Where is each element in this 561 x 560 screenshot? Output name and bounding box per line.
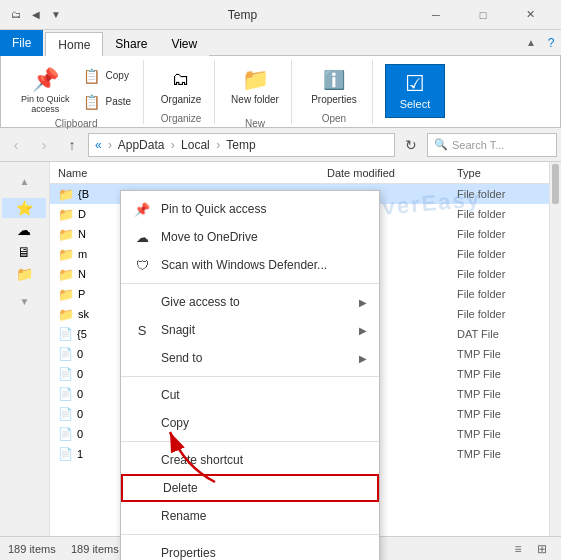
- file-icon: 📄: [58, 387, 73, 401]
- file-type-cell: File folder: [449, 188, 549, 200]
- new-items: 📁 New folder: [227, 60, 283, 118]
- paste-button[interactable]: 📋 Paste: [78, 90, 136, 114]
- file-type-cell: TMP File: [449, 448, 549, 460]
- context-menu-item-properties[interactable]: Properties: [121, 539, 379, 560]
- context-menu-item-copy[interactable]: Copy: [121, 409, 379, 437]
- file-name-text: m: [78, 248, 87, 260]
- ctx-label-sendto: Send to: [161, 351, 349, 365]
- tab-file[interactable]: File: [0, 30, 43, 56]
- tab-home[interactable]: Home: [45, 32, 103, 56]
- minimize-button[interactable]: ─: [413, 0, 459, 30]
- clipboard-items: 📌 Pin to Quickaccess 📋 Copy 📋 Paste: [17, 60, 135, 118]
- ctx-icon-delete: [135, 479, 153, 497]
- file-type-cell: TMP File: [449, 368, 549, 380]
- path-local[interactable]: Local: [181, 138, 210, 152]
- organize-label: Organize: [161, 94, 202, 106]
- context-menu-separator: [121, 283, 379, 284]
- scroll-thumb[interactable]: [552, 164, 559, 204]
- file-icon: 📄: [58, 327, 73, 341]
- maximize-button[interactable]: □: [460, 0, 506, 30]
- copy-button[interactable]: 📋 Copy: [78, 64, 136, 88]
- context-menu-item-shortcut[interactable]: Create shortcut: [121, 446, 379, 474]
- new-folder-label: New folder: [231, 94, 279, 106]
- folder-icon: 📁: [58, 307, 74, 322]
- ribbon-collapse-button[interactable]: ▲: [521, 30, 541, 56]
- view-grid-button[interactable]: ⊞: [531, 539, 553, 559]
- ctx-icon-access: [133, 293, 151, 311]
- ctx-label-defender: Scan with Windows Defender...: [161, 258, 367, 272]
- search-box[interactable]: 🔍 Search T...: [427, 133, 557, 157]
- open-items: ℹ️ Properties: [304, 60, 364, 113]
- context-menu-item-defender[interactable]: 🛡Scan with Windows Defender...: [121, 251, 379, 279]
- ctx-icon-defender: 🛡: [133, 256, 151, 274]
- ctx-arrow-snagit: ▶: [359, 325, 367, 336]
- window-controls: ─ □ ✕: [413, 0, 553, 30]
- forward-button[interactable]: ›: [32, 133, 56, 157]
- ctx-icon-onedrive: ☁: [133, 228, 151, 246]
- path-appdata[interactable]: AppData: [118, 138, 165, 152]
- select-icon: ☑: [401, 70, 429, 98]
- file-name-text: sk: [78, 308, 89, 320]
- context-menu-item-cut[interactable]: Cut: [121, 381, 379, 409]
- ribbon: File Home Share View ▲ ? 📌 Pin to Quicka…: [0, 30, 561, 128]
- title-bar-icons: 🗂 ◀ ▼: [8, 7, 64, 23]
- sidebar-item-folder[interactable]: 📁: [2, 264, 46, 284]
- select-label: Select: [400, 98, 431, 111]
- context-menu-item-rename[interactable]: Rename: [121, 502, 379, 530]
- tab-share[interactable]: Share: [103, 32, 159, 56]
- folder-icon: 📁: [58, 187, 74, 202]
- context-menu-separator: [121, 441, 379, 442]
- context-menu-item-snagit[interactable]: SSnagit▶: [121, 316, 379, 344]
- refresh-button[interactable]: ↻: [399, 133, 423, 157]
- tab-view[interactable]: View: [159, 32, 209, 56]
- ribbon-group-organize: 🗂 Organize Organize: [148, 60, 215, 124]
- quick-access-icon: ◀: [28, 7, 44, 23]
- file-name-text: 0: [77, 388, 83, 400]
- file-name-text: 0: [77, 368, 83, 380]
- sidebar-item-star[interactable]: ⭐: [2, 198, 46, 218]
- context-menu-item-delete[interactable]: Delete: [121, 474, 379, 502]
- ribbon-group-clipboard: 📌 Pin to Quickaccess 📋 Copy 📋 Paste Clip…: [9, 60, 144, 124]
- address-bar: ‹ › ↑ « › AppData › Local › Temp ↻ 🔍 Sea…: [0, 128, 561, 162]
- file-type-cell: File folder: [449, 228, 549, 240]
- context-menu: 📌Pin to Quick access☁Move to OneDrive🛡Sc…: [120, 190, 380, 560]
- pin-quick-access-button[interactable]: 📌 Pin to Quickaccess: [17, 64, 74, 118]
- organize-button[interactable]: 🗂 Organize: [156, 64, 206, 108]
- properties-button[interactable]: ℹ️ Properties: [304, 64, 364, 108]
- col-name[interactable]: Name: [50, 167, 319, 179]
- context-menu-item-sendto[interactable]: Send to▶: [121, 344, 379, 372]
- sidebar-item-pc[interactable]: 🖥: [2, 242, 46, 262]
- close-button[interactable]: ✕: [507, 0, 553, 30]
- folder-icon: 📁: [58, 247, 74, 262]
- copy-icon: 📋: [82, 62, 102, 90]
- context-menu-item-access[interactable]: Give access to▶: [121, 288, 379, 316]
- ribbon-group-open: ℹ️ Properties Open: [296, 60, 373, 124]
- file-icon: 📄: [58, 367, 73, 381]
- file-type-cell: File folder: [449, 288, 549, 300]
- col-type[interactable]: Type: [449, 167, 549, 179]
- up-button[interactable]: ↑: [60, 133, 84, 157]
- back-button[interactable]: ‹: [4, 133, 28, 157]
- file-name-text: D: [78, 208, 86, 220]
- col-modified[interactable]: Date modified: [319, 167, 449, 179]
- sidebar-item-onedrive[interactable]: ☁: [2, 220, 46, 240]
- address-path[interactable]: « › AppData › Local › Temp: [88, 133, 395, 157]
- context-menu-item-onedrive[interactable]: ☁Move to OneDrive: [121, 223, 379, 251]
- select-button[interactable]: ☑ Select: [385, 64, 445, 118]
- ctx-label-onedrive: Move to OneDrive: [161, 230, 367, 244]
- help-button[interactable]: ?: [541, 30, 561, 56]
- new-folder-button[interactable]: 📁 New folder: [227, 64, 283, 118]
- search-icon: 🔍: [434, 138, 448, 151]
- scrollbar[interactable]: [549, 162, 561, 536]
- ctx-arrow-sendto: ▶: [359, 353, 367, 364]
- view-list-button[interactable]: ≡: [507, 539, 529, 559]
- context-menu-item-pin[interactable]: 📌Pin to Quick access: [121, 195, 379, 223]
- new-folder-icon: 📁: [241, 66, 269, 94]
- sidebar-scroll-down[interactable]: ▼: [2, 286, 47, 316]
- ribbon-tabs: File Home Share View ▲ ?: [0, 30, 561, 56]
- sidebar-scroll-up[interactable]: ▲: [2, 166, 47, 196]
- path-temp[interactable]: Temp: [226, 138, 255, 152]
- file-icon: 📄: [58, 447, 73, 461]
- folder-icon: 📁: [58, 207, 74, 222]
- properties-icon: ℹ️: [320, 66, 348, 94]
